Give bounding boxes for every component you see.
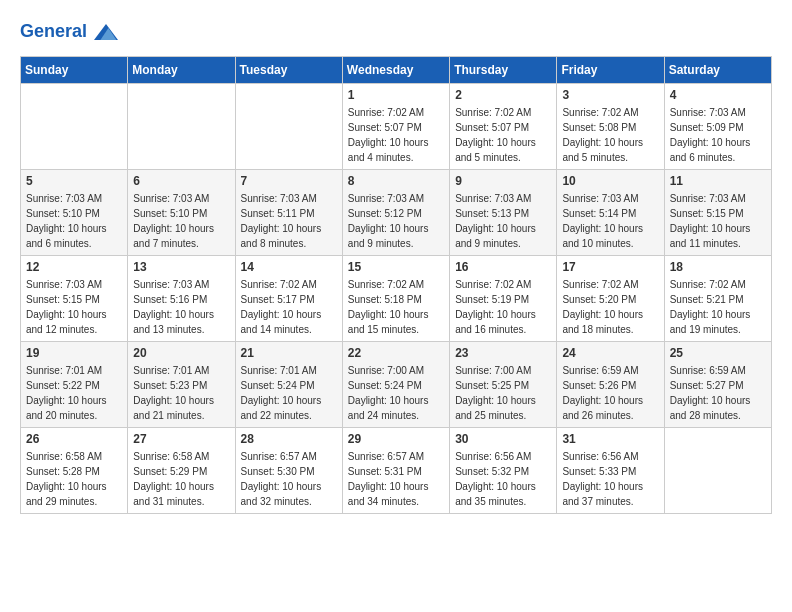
sunrise-text: Sunrise: 7:03 AM (241, 191, 337, 206)
day-number: 21 (241, 346, 337, 360)
day-number: 23 (455, 346, 551, 360)
calendar-cell: 26Sunrise: 6:58 AMSunset: 5:28 PMDayligh… (21, 428, 128, 514)
day-info: Sunrise: 7:03 AMSunset: 5:15 PMDaylight:… (670, 191, 766, 251)
calendar-cell: 9Sunrise: 7:03 AMSunset: 5:13 PMDaylight… (450, 170, 557, 256)
sunrise-text: Sunrise: 7:03 AM (670, 105, 766, 120)
sunset-text: Sunset: 5:31 PM (348, 464, 444, 479)
day-info: Sunrise: 7:02 AMSunset: 5:19 PMDaylight:… (455, 277, 551, 337)
day-info: Sunrise: 7:02 AMSunset: 5:21 PMDaylight:… (670, 277, 766, 337)
sunset-text: Sunset: 5:32 PM (455, 464, 551, 479)
day-number: 20 (133, 346, 229, 360)
day-number: 8 (348, 174, 444, 188)
day-number: 11 (670, 174, 766, 188)
calendar-cell: 15Sunrise: 7:02 AMSunset: 5:18 PMDayligh… (342, 256, 449, 342)
daylight-text: Daylight: 10 hours and 21 minutes. (133, 393, 229, 423)
day-info: Sunrise: 7:03 AMSunset: 5:10 PMDaylight:… (133, 191, 229, 251)
day-info: Sunrise: 7:01 AMSunset: 5:24 PMDaylight:… (241, 363, 337, 423)
sunrise-text: Sunrise: 7:03 AM (348, 191, 444, 206)
sunset-text: Sunset: 5:21 PM (670, 292, 766, 307)
daylight-text: Daylight: 10 hours and 11 minutes. (670, 221, 766, 251)
calendar-cell (128, 84, 235, 170)
daylight-text: Daylight: 10 hours and 14 minutes. (241, 307, 337, 337)
sunrise-text: Sunrise: 7:03 AM (26, 277, 122, 292)
day-info: Sunrise: 7:03 AMSunset: 5:16 PMDaylight:… (133, 277, 229, 337)
sunset-text: Sunset: 5:26 PM (562, 378, 658, 393)
daylight-text: Daylight: 10 hours and 10 minutes. (562, 221, 658, 251)
day-number: 3 (562, 88, 658, 102)
sunrise-text: Sunrise: 7:03 AM (133, 191, 229, 206)
day-number: 6 (133, 174, 229, 188)
sunrise-text: Sunrise: 7:03 AM (562, 191, 658, 206)
day-number: 10 (562, 174, 658, 188)
day-number: 19 (26, 346, 122, 360)
page-header: General (20, 20, 772, 40)
daylight-text: Daylight: 10 hours and 18 minutes. (562, 307, 658, 337)
sunset-text: Sunset: 5:15 PM (670, 206, 766, 221)
day-number: 28 (241, 432, 337, 446)
day-number: 24 (562, 346, 658, 360)
daylight-text: Daylight: 10 hours and 9 minutes. (348, 221, 444, 251)
daylight-text: Daylight: 10 hours and 5 minutes. (455, 135, 551, 165)
sunset-text: Sunset: 5:13 PM (455, 206, 551, 221)
daylight-text: Daylight: 10 hours and 32 minutes. (241, 479, 337, 509)
calendar-cell: 21Sunrise: 7:01 AMSunset: 5:24 PMDayligh… (235, 342, 342, 428)
day-number: 7 (241, 174, 337, 188)
day-number: 16 (455, 260, 551, 274)
day-info: Sunrise: 6:58 AMSunset: 5:29 PMDaylight:… (133, 449, 229, 509)
sunset-text: Sunset: 5:09 PM (670, 120, 766, 135)
day-info: Sunrise: 7:03 AMSunset: 5:13 PMDaylight:… (455, 191, 551, 251)
sunrise-text: Sunrise: 7:02 AM (348, 105, 444, 120)
calendar-cell: 31Sunrise: 6:56 AMSunset: 5:33 PMDayligh… (557, 428, 664, 514)
calendar-cell: 5Sunrise: 7:03 AMSunset: 5:10 PMDaylight… (21, 170, 128, 256)
logo: General (20, 20, 118, 40)
sunrise-text: Sunrise: 7:02 AM (562, 277, 658, 292)
daylight-text: Daylight: 10 hours and 37 minutes. (562, 479, 658, 509)
calendar-cell: 22Sunrise: 7:00 AMSunset: 5:24 PMDayligh… (342, 342, 449, 428)
daylight-text: Daylight: 10 hours and 13 minutes. (133, 307, 229, 337)
daylight-text: Daylight: 10 hours and 7 minutes. (133, 221, 229, 251)
sunrise-text: Sunrise: 7:02 AM (241, 277, 337, 292)
calendar-cell: 20Sunrise: 7:01 AMSunset: 5:23 PMDayligh… (128, 342, 235, 428)
calendar-cell (21, 84, 128, 170)
day-number: 17 (562, 260, 658, 274)
day-number: 13 (133, 260, 229, 274)
calendar-cell: 14Sunrise: 7:02 AMSunset: 5:17 PMDayligh… (235, 256, 342, 342)
calendar-cell: 2Sunrise: 7:02 AMSunset: 5:07 PMDaylight… (450, 84, 557, 170)
day-info: Sunrise: 7:02 AMSunset: 5:07 PMDaylight:… (455, 105, 551, 165)
calendar-cell: 11Sunrise: 7:03 AMSunset: 5:15 PMDayligh… (664, 170, 771, 256)
daylight-text: Daylight: 10 hours and 24 minutes. (348, 393, 444, 423)
day-info: Sunrise: 7:01 AMSunset: 5:23 PMDaylight:… (133, 363, 229, 423)
sunset-text: Sunset: 5:29 PM (133, 464, 229, 479)
calendar-cell: 7Sunrise: 7:03 AMSunset: 5:11 PMDaylight… (235, 170, 342, 256)
weekday-header-monday: Monday (128, 57, 235, 84)
day-number: 27 (133, 432, 229, 446)
day-info: Sunrise: 7:02 AMSunset: 5:07 PMDaylight:… (348, 105, 444, 165)
day-number: 26 (26, 432, 122, 446)
day-number: 9 (455, 174, 551, 188)
sunrise-text: Sunrise: 7:01 AM (241, 363, 337, 378)
calendar-cell: 4Sunrise: 7:03 AMSunset: 5:09 PMDaylight… (664, 84, 771, 170)
sunset-text: Sunset: 5:12 PM (348, 206, 444, 221)
day-info: Sunrise: 6:56 AMSunset: 5:32 PMDaylight:… (455, 449, 551, 509)
sunrise-text: Sunrise: 7:02 AM (348, 277, 444, 292)
daylight-text: Daylight: 10 hours and 4 minutes. (348, 135, 444, 165)
sunrise-text: Sunrise: 7:03 AM (26, 191, 122, 206)
week-row-2: 5Sunrise: 7:03 AMSunset: 5:10 PMDaylight… (21, 170, 772, 256)
day-number: 30 (455, 432, 551, 446)
daylight-text: Daylight: 10 hours and 12 minutes. (26, 307, 122, 337)
calendar-cell: 8Sunrise: 7:03 AMSunset: 5:12 PMDaylight… (342, 170, 449, 256)
sunset-text: Sunset: 5:10 PM (133, 206, 229, 221)
calendar-cell: 16Sunrise: 7:02 AMSunset: 5:19 PMDayligh… (450, 256, 557, 342)
sunrise-text: Sunrise: 7:01 AM (26, 363, 122, 378)
calendar-cell: 12Sunrise: 7:03 AMSunset: 5:15 PMDayligh… (21, 256, 128, 342)
calendar-cell: 13Sunrise: 7:03 AMSunset: 5:16 PMDayligh… (128, 256, 235, 342)
weekday-header-row: SundayMondayTuesdayWednesdayThursdayFrid… (21, 57, 772, 84)
day-number: 22 (348, 346, 444, 360)
sunrise-text: Sunrise: 6:57 AM (348, 449, 444, 464)
weekday-header-wednesday: Wednesday (342, 57, 449, 84)
calendar-cell: 18Sunrise: 7:02 AMSunset: 5:21 PMDayligh… (664, 256, 771, 342)
day-number: 1 (348, 88, 444, 102)
day-info: Sunrise: 6:59 AMSunset: 5:26 PMDaylight:… (562, 363, 658, 423)
day-info: Sunrise: 6:57 AMSunset: 5:30 PMDaylight:… (241, 449, 337, 509)
week-row-5: 26Sunrise: 6:58 AMSunset: 5:28 PMDayligh… (21, 428, 772, 514)
